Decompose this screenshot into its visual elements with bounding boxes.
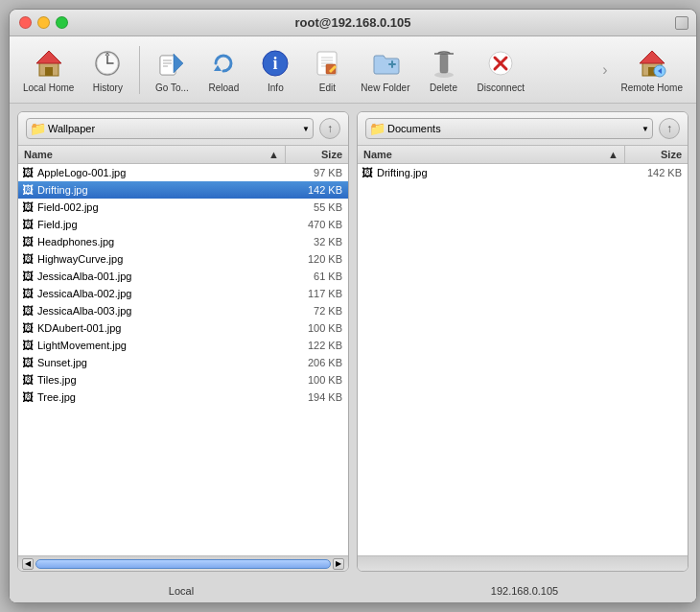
remote-folder-select-wrapper: 📁 Documents ▼ (365, 118, 653, 139)
file-icon: 🖼 (22, 252, 34, 266)
local-file-row[interactable]: 🖼 JessicaAlba-003.jpg 72 KB (18, 302, 348, 319)
local-file-size: 117 KB (286, 287, 348, 300)
new-folder-label: New Folder (361, 82, 409, 93)
local-file-row[interactable]: 🖼 HighwayCurve.jpg 120 KB (18, 250, 348, 268)
local-file-size: 206 KB (286, 356, 348, 369)
remote-up-button[interactable]: ↑ (659, 118, 680, 139)
goto-label: Go To... (155, 82, 189, 93)
new-folder-icon (368, 46, 403, 81)
file-icon: 🖼 (22, 321, 34, 335)
local-file-row[interactable]: 🖼 Tree.jpg 194 KB (18, 388, 348, 406)
local-file-size: 100 KB (286, 373, 348, 387)
local-file-name: 🖼 Sunset.jpg (18, 355, 286, 370)
toolbar-delete[interactable]: Delete (420, 42, 468, 97)
local-file-name: 🖼 JessicaAlba-001.jpg (18, 269, 286, 284)
local-file-size: 61 KB (286, 270, 348, 283)
window-controls (19, 16, 68, 29)
toolbar-disconnect[interactable]: Disconnect (472, 42, 530, 97)
local-status: Local (10, 579, 353, 602)
file-icon: 🖼 (22, 235, 34, 248)
toolbar-edit[interactable]: Edit (303, 42, 351, 97)
toolbar-history[interactable]: History (83, 42, 131, 97)
local-file-name: 🖼 Field.jpg (18, 217, 286, 232)
local-file-list[interactable]: 🖼 AppleLogo-001.jpg 97 KB 🖼 Drifting.jpg… (18, 164, 348, 555)
svg-text:i: i (273, 54, 278, 73)
toolbar-go-to[interactable]: Go To... (148, 42, 196, 97)
local-col-name[interactable]: Name ▲ (18, 146, 286, 163)
info-icon: i (258, 46, 292, 81)
local-file-row[interactable]: 🖼 JessicaAlba-002.jpg 117 KB (18, 285, 348, 302)
local-scroll-track[interactable] (35, 559, 331, 569)
main-window: root@192.168.0.105 Local Home (9, 9, 697, 603)
local-file-row[interactable]: 🖼 KDAubert-001.jpg 100 KB (18, 319, 348, 337)
local-folder-select[interactable]: Wallpaper (26, 118, 314, 139)
local-file-list-container: Name ▲ Size 🖼 AppleLogo-001.jpg 97 KB 🖼 … (18, 146, 348, 555)
edit-icon (310, 46, 344, 81)
local-home-label: Local Home (23, 82, 74, 93)
toolbar-remote-home[interactable]: Remote Home (616, 42, 688, 97)
file-icon: 🖼 (22, 304, 34, 318)
toolbar-info[interactable]: i Info (251, 42, 299, 97)
remote-pane: 📁 Documents ▼ ↑ Name ▲ Size (357, 111, 688, 572)
window-title: root@192.168.0.105 (294, 15, 410, 30)
local-file-row[interactable]: 🖼 Tiles.jpg 100 KB (18, 371, 348, 388)
remote-scrollbar-placeholder (358, 555, 688, 571)
local-file-row[interactable]: 🖼 Drifting.jpg 142 KB (18, 181, 348, 199)
toolbar-local-home[interactable]: Local Home (17, 42, 80, 97)
local-file-row[interactable]: 🖼 Field-002.jpg 55 KB (18, 199, 348, 216)
svg-marker-34 (640, 51, 665, 63)
local-pane: 📁 Wallpaper ▼ ↑ Name ▲ Size (17, 111, 349, 572)
local-file-name: 🖼 KDAubert-001.jpg (18, 320, 286, 336)
local-scroll-right[interactable]: ▶ (333, 558, 344, 570)
local-home-icon (32, 46, 66, 81)
remote-file-list-header: Name ▲ Size (358, 146, 688, 164)
local-file-row[interactable]: 🖼 Headphones.jpg 32 KB (18, 233, 348, 250)
toolbar-new-folder[interactable]: New Folder (355, 42, 415, 97)
maximize-button[interactable] (56, 16, 68, 29)
local-file-size: 142 KB (286, 183, 348, 197)
main-content: 📁 Wallpaper ▼ ↑ Name ▲ Size (10, 104, 696, 602)
remote-file-list[interactable]: 🖼 Drifting.jpg 142 KB (358, 164, 688, 555)
remote-col-size[interactable]: Size (625, 146, 688, 163)
local-file-row[interactable]: 🖼 Sunset.jpg 206 KB (18, 354, 348, 371)
edit-label: Edit (319, 82, 336, 93)
local-folder-select-wrapper: 📁 Wallpaper ▼ (26, 118, 314, 139)
local-file-row[interactable]: 🖼 JessicaAlba-001.jpg 61 KB (18, 268, 348, 285)
file-icon: 🖼 (22, 339, 34, 352)
local-file-list-header: Name ▲ Size (18, 146, 348, 164)
local-file-name: 🖼 Tiles.jpg (18, 372, 286, 388)
remote-home-icon (635, 46, 669, 81)
local-file-row[interactable]: 🖼 AppleLogo-001.jpg 97 KB (18, 164, 348, 181)
remote-folder-select[interactable]: Documents (365, 118, 653, 139)
local-up-button[interactable]: ↑ (319, 118, 340, 139)
local-file-name: 🖼 Drifting.jpg (18, 182, 286, 198)
local-col-size[interactable]: Size (286, 146, 348, 163)
delete-icon (427, 46, 461, 81)
local-file-size: 97 KB (286, 166, 348, 179)
local-file-size: 55 KB (286, 200, 348, 214)
reload-label: Reload (209, 82, 240, 93)
file-icon: 🖼 (22, 200, 34, 214)
local-file-size: 120 KB (286, 252, 348, 266)
remote-col-name[interactable]: Name ▲ (358, 146, 625, 163)
file-icon: 🖼 (362, 166, 373, 179)
file-icon: 🖼 (22, 287, 34, 300)
close-button[interactable] (19, 16, 32, 29)
local-file-row[interactable]: 🖼 Field.jpg 470 KB (18, 216, 348, 233)
remote-file-row[interactable]: 🖼 Drifting.jpg 142 KB (358, 164, 688, 181)
file-icon: 🖼 (22, 373, 34, 387)
minimize-button[interactable] (37, 16, 50, 29)
local-file-name: 🖼 Tree.jpg (18, 389, 286, 405)
local-scroll-left[interactable]: ◀ (22, 558, 34, 570)
toolbar-reload[interactable]: Reload (199, 42, 247, 97)
local-file-name: 🖼 HighwayCurve.jpg (18, 251, 286, 267)
svg-rect-28 (440, 54, 448, 73)
delete-label: Delete (430, 82, 457, 93)
local-file-size: 194 KB (286, 390, 348, 404)
history-label: History (93, 82, 123, 93)
remote-file-list-container: Name ▲ Size 🖼 Drifting.jpg 142 KB (358, 146, 688, 555)
local-file-row[interactable]: 🖼 LightMovement.jpg 122 KB (18, 337, 348, 354)
resize-icon[interactable] (675, 16, 688, 30)
svg-marker-1 (36, 51, 61, 63)
file-panes: 📁 Wallpaper ▼ ↑ Name ▲ Size (10, 104, 696, 579)
